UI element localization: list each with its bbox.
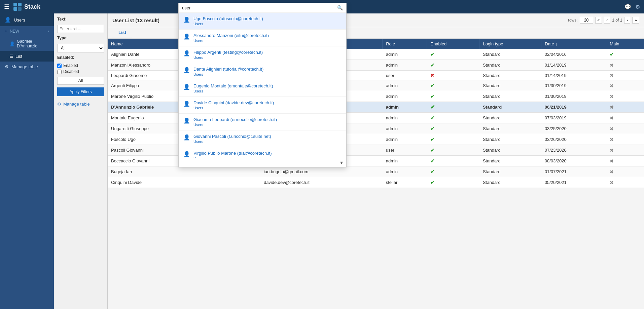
enabled-check-icon: ✔: [430, 137, 435, 142]
svg-rect-0: [13, 3, 17, 6]
col-main[interactable]: Main: [606, 39, 644, 49]
first-page-button[interactable]: «: [595, 17, 602, 24]
dropdown-item[interactable]: 👤 Eugenio Montale (emontale@coretech.it)…: [179, 80, 346, 97]
sidebar-item-profile[interactable]: 👤 Gabriele D'Annunzio: [0, 36, 54, 51]
dropdown-item-name: Eugenio Montale (emontale@coretech.it): [193, 83, 273, 88]
cell-date: 07/23/2020: [541, 145, 606, 156]
cell-enabled: ✔: [427, 166, 479, 177]
all-button[interactable]: All: [57, 77, 104, 85]
cell-login: Standard: [479, 49, 541, 60]
cell-date: 01/30/2019: [541, 80, 606, 91]
prev-page-button[interactable]: ‹: [604, 17, 610, 24]
manage-table-link[interactable]: ⚙ Manage table: [57, 99, 104, 109]
plus-icon: +: [5, 29, 7, 34]
last-page-button[interactable]: »: [632, 17, 639, 24]
cell-login: Standard: [479, 80, 541, 91]
tab-list[interactable]: List: [112, 27, 132, 38]
disabled-checkbox-item[interactable]: Disabled: [57, 69, 104, 74]
list-icon: ☰: [9, 54, 13, 59]
svg-rect-3: [18, 7, 22, 11]
cell-date: 03/26/2020: [541, 134, 606, 145]
profile-icon: 👤: [9, 41, 15, 46]
type-filter-select[interactable]: All Users Admins: [57, 44, 104, 52]
user-avatar-icon: 👤: [183, 50, 190, 56]
text-filter-label: Text:: [57, 17, 104, 22]
cell-enabled: ✔: [427, 60, 479, 71]
cell-enabled: ✔: [427, 91, 479, 102]
cell-role: admin: [383, 49, 427, 60]
dropdown-item-info: Davide Cinquini (davide.dev@coretech.it)…: [193, 100, 274, 110]
cell-main: ✔: [606, 49, 644, 60]
col-date[interactable]: Date ↓: [541, 39, 606, 49]
cell-enabled: ✔: [427, 123, 479, 134]
svg-rect-2: [13, 7, 17, 11]
users-icon: 👤: [5, 17, 11, 23]
dropdown-item[interactable]: 👤 Giovanni Pascoli (f.uricchio@1suite.ne…: [179, 130, 346, 147]
cell-enabled: ✔: [427, 113, 479, 123]
user-avatar-icon: 👤: [183, 117, 190, 124]
col-role[interactable]: Role: [383, 39, 427, 49]
settings-icon[interactable]: ⚙: [635, 4, 640, 10]
user-avatar-icon: 👤: [183, 151, 190, 157]
main-cross-icon: ✖: [610, 148, 614, 153]
user-avatar-icon: 👤: [183, 67, 190, 73]
dropdown-search-input[interactable]: [182, 5, 337, 10]
next-page-button[interactable]: ›: [624, 17, 630, 24]
cell-role: user: [383, 145, 427, 156]
dropdown-item-info: Eugenio Montale (emontale@coretech.it) U…: [193, 83, 273, 93]
dropdown-item[interactable]: 👤 Filippo Argenti (testing@coretech.it) …: [179, 46, 346, 63]
enabled-checkbox-item[interactable]: Enabled: [57, 63, 104, 68]
cell-role: admin: [383, 166, 427, 177]
profile-name: Gabriele D'Annunzio: [17, 39, 49, 48]
cell-login: Standard: [479, 113, 541, 123]
dropdown-item[interactable]: 👤 Davide Cinquini (davide.dev@coretech.i…: [179, 97, 346, 114]
dropdown-item-info: Alessandro Manzoni (eifu@coretech.it) Us…: [193, 33, 269, 43]
dropdown-item-info: Giovanni Pascoli (f.uricchio@1suite.net)…: [193, 134, 271, 144]
apply-filters-button[interactable]: Apply Filters: [57, 87, 104, 96]
cell-role: admin: [383, 80, 427, 91]
dropdown-item-name: Alessandro Manzoni (eifu@coretech.it): [193, 33, 269, 38]
text-filter-input[interactable]: [57, 25, 104, 33]
cell-enabled: ✔: [427, 156, 479, 166]
dropdown-item-info: Giacomo Leopardi (ermocolle@coretech.it)…: [193, 117, 277, 127]
enabled-label: Enabled: [63, 63, 78, 68]
dropdown-item[interactable]: 👤 Alessandro Manzoni (eifu@coretech.it) …: [179, 30, 346, 46]
dropdown-item[interactable]: 👤 Giacomo Leopardi (ermocolle@coretech.i…: [179, 114, 346, 130]
cell-enabled: ✔: [427, 134, 479, 145]
dropdown-item-group: Users: [193, 106, 274, 110]
cell-date: 06/21/2019: [541, 102, 606, 113]
col-login-type[interactable]: Login type: [479, 39, 541, 49]
dropdown-item-group: Users: [193, 55, 263, 60]
table-row[interactable]: Bugeja Ian ian.bugeja@gmail.com admin ✔ …: [108, 166, 644, 177]
filter-panel: Text: Type: All Users Admins Enabled: En…: [54, 13, 108, 309]
disabled-checkbox[interactable]: [57, 70, 62, 74]
rows-per-page-input[interactable]: [580, 17, 593, 24]
table-row[interactable]: Cinquini Davide davide.dev@coretech.it s…: [108, 177, 644, 188]
dropdown-panel: 🔍 👤 Ugo Foscolo (ufoscolo@coretech.it) U…: [178, 3, 347, 167]
col-enabled[interactable]: Enabled: [427, 39, 479, 49]
main-cross-icon: ✖: [610, 126, 614, 131]
cell-date: 08/03/2020: [541, 156, 606, 166]
sidebar-item-users-label: Users: [14, 17, 25, 23]
hamburger-icon[interactable]: ☰: [4, 3, 9, 10]
sidebar-item-users[interactable]: 👤 Users: [0, 13, 54, 26]
cell-main: ✖: [606, 177, 644, 188]
main-cross-icon: ✖: [610, 94, 614, 99]
manage-table-label: Manage table: [63, 102, 90, 107]
dropdown-item-name: Ugo Foscolo (ufoscolo@coretech.it): [193, 16, 263, 21]
cell-login: Standard: [479, 71, 541, 80]
disabled-label: Disabled: [63, 69, 79, 74]
sidebar-item-manage[interactable]: ⚙ Manage table: [0, 62, 54, 72]
chat-icon[interactable]: 💬: [624, 4, 631, 10]
sidebar-item-list[interactable]: ☰ List: [0, 51, 54, 62]
cell-main: ✖: [606, 134, 644, 145]
enabled-checkbox[interactable]: [57, 64, 62, 68]
dropdown-item-group: Users: [193, 123, 277, 127]
dropdown-item[interactable]: 👤 Ugo Foscolo (ufoscolo@coretech.it) Use…: [179, 13, 346, 30]
user-avatar-icon: 👤: [183, 100, 190, 107]
pagination: rows: « ‹ 1 of 1 › »: [568, 17, 639, 24]
sidebar-item-new[interactable]: + NEW ›: [0, 26, 54, 36]
main-cross-icon: ✖: [610, 115, 614, 121]
dropdown-item[interactable]: 👤 Dante Alighieri (tutorial@coretech.it)…: [179, 63, 346, 80]
enabled-check-icon: ✔: [430, 169, 435, 175]
